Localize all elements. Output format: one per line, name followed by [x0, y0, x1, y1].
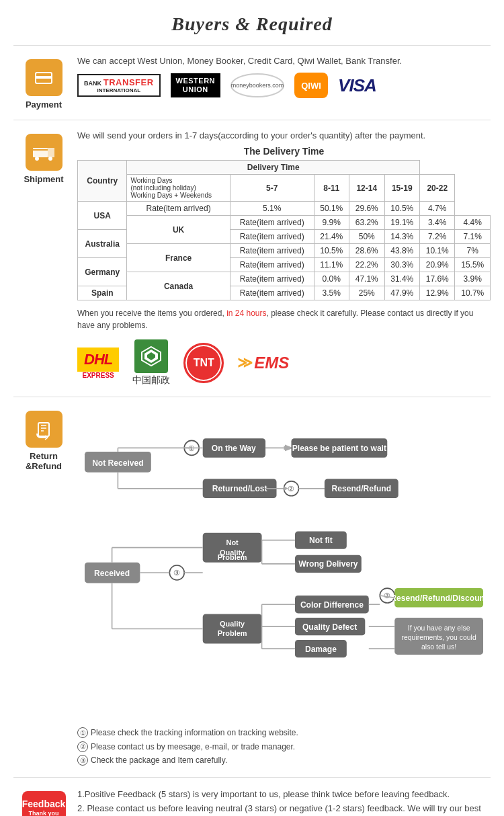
table-header-row: Country Delivery Time — [78, 161, 491, 175]
feedback-icon-sub: Thank you — [28, 810, 58, 816]
svg-rect-1 — [36, 76, 52, 79]
ems-logo-container: ≫ EMS — [237, 354, 289, 372]
svg-marker-78 — [284, 446, 289, 450]
svg-text:Damage: Damage — [305, 645, 337, 654]
payment-content: We can accept West Union, Money Booker, … — [74, 56, 491, 98]
td-d3: 31.4% — [384, 272, 419, 286]
td-d3: 47.9% — [384, 286, 419, 300]
td-d5: 3.9% — [455, 272, 491, 286]
refund-icon — [26, 411, 62, 448]
td-label: Rate(item arrived) — [230, 272, 314, 286]
qiwi-text: QIWI — [301, 81, 321, 91]
svg-text:②: ② — [288, 485, 294, 493]
th-20-22: 20-22 — [419, 175, 454, 202]
td-d5: 15.5% — [455, 258, 491, 272]
th-country: Country — [78, 161, 127, 202]
cn-post-logo: 中国邮政 — [132, 339, 170, 386]
td-d2: 50.1% — [314, 202, 349, 216]
td-label: Rate(item arrived) — [230, 244, 314, 258]
payment-icon-col: Payment — [13, 56, 74, 110]
svg-text:Not fit: Not fit — [309, 536, 333, 545]
wu-box: WESTERN UNION — [171, 73, 221, 97]
shipment-content: We will send your orders in 1-7 days(acc… — [74, 130, 491, 386]
td-d1: 3.5% — [314, 286, 349, 300]
refund-content: Not Received ① On the Way Please be pati… — [74, 407, 491, 767]
svg-text:③: ③ — [173, 569, 180, 577]
delivery-title: The Delivery Time — [77, 146, 491, 157]
td-d5: 4.7% — [419, 202, 454, 216]
svg-text:On the Way: On the Way — [212, 444, 256, 453]
td-d3: 30.3% — [384, 258, 419, 272]
mb-text: moneybookers.com — [231, 82, 284, 89]
svg-text:Not Received: Not Received — [92, 458, 144, 468]
mb-box: moneybookers.com — [230, 73, 284, 97]
svg-text:Received: Received — [94, 569, 130, 578]
svg-rect-2 — [38, 79, 42, 81]
td-d2: 47.1% — [349, 272, 384, 286]
td-label: Rate(item arrived) — [230, 216, 314, 230]
wu-union: UNION — [176, 85, 216, 94]
td-country: France — [127, 244, 230, 272]
feedback-section: Feedback Thank you ★★★ Feedback 1.Positi… — [13, 778, 491, 816]
svg-text:Returned/Lost: Returned/Lost — [212, 484, 267, 493]
note-1: ① Please check the tracking information … — [77, 726, 491, 739]
svg-point-6 — [48, 157, 52, 161]
note-3-text: Check the package and Item carefully. — [91, 753, 227, 767]
western-union-logo: WESTERN UNION — [171, 73, 221, 98]
td-d2: 28.6% — [349, 244, 384, 258]
td-d4: 20.9% — [419, 258, 454, 272]
td-d3: 43.8% — [384, 244, 419, 258]
td-label: Rate(item arrived) — [230, 258, 314, 272]
td-d1: 21.4% — [314, 230, 349, 244]
svg-marker-4 — [48, 148, 54, 157]
shipment-icon-col: Shipment — [13, 130, 74, 184]
page-wrapper: Buyers & Required Payment We can accept … — [0, 0, 504, 816]
note-2: ② Please contact us by meesage, e-mail, … — [77, 740, 491, 753]
ems-text: EMS — [254, 354, 289, 372]
svg-text:Quality Defect: Quality Defect — [302, 622, 357, 632]
svg-point-5 — [35, 157, 39, 161]
delivery-tbody: USA Rate(item arrived) 5.1% 50.1% 29.6% … — [78, 202, 491, 300]
note-3: ③ Check the package and Item carefully. — [77, 753, 491, 767]
dhl-logo: DHL — [77, 348, 119, 372]
refund-section: Return &Refund Not Received ① On the Way… — [13, 397, 491, 778]
qiwi-logo: QIWI — [294, 73, 328, 98]
shipment-icon — [26, 134, 62, 171]
feedback-icon-main: Feedback — [22, 799, 66, 810]
payment-label: Payment — [26, 99, 62, 110]
td-d4: 17.6% — [419, 272, 454, 286]
td-country: Spain — [78, 286, 127, 300]
td-d3: 19.1% — [384, 216, 419, 230]
td-d1: 0.0% — [314, 272, 349, 286]
svg-text:Color Difference: Color Difference — [300, 600, 364, 610]
td-d2: 63.2% — [349, 216, 384, 230]
feedback-icon-col: Feedback Thank you ★★★ Feedback — [13, 788, 74, 816]
th-5-7: 5-7 — [230, 175, 314, 202]
svg-text:Problem: Problem — [218, 553, 247, 561]
td-d4: 7.2% — [419, 230, 454, 244]
notes-section: ① Please check the tracking information … — [77, 726, 491, 767]
bank-transfer-logo: BANK TRANSFER INTERNATIONAL — [77, 73, 161, 98]
note-2-text: Please contact us by meesage, e-mail, or… — [91, 740, 295, 753]
table-subheader-row: Working Days(not including holiday)Worki… — [78, 175, 491, 202]
td-country: Canada — [127, 272, 230, 300]
table-row: Canada Rate(item arrived) 0.0% 47.1% 31.… — [78, 272, 491, 286]
check-highlight: in 24 hours — [226, 309, 266, 318]
payment-logos: BANK TRANSFER INTERNATIONAL WESTERN UNIO… — [77, 73, 491, 98]
refund-diagram: Not Received ① On the Way Please be pati… — [77, 407, 491, 717]
td-d2: 25% — [349, 286, 384, 300]
svg-text:Wrong Delivery: Wrong Delivery — [298, 559, 358, 569]
qiwi-box: QIWI — [294, 73, 328, 98]
table-row: France Rate(item arrived) 10.5% 28.6% 43… — [78, 244, 491, 258]
td-d1: 11.1% — [314, 258, 349, 272]
cn-post-text: 中国邮政 — [132, 374, 170, 386]
title-section: Buyers & Required — [13, 7, 491, 46]
fb-line2: 2. Please contact us before leaving neut… — [77, 803, 481, 816]
check-text: When you receive the items you ordered, … — [77, 307, 491, 331]
note-3-num: ③ — [77, 755, 88, 766]
svg-text:Quality: Quality — [220, 620, 245, 628]
feedback-text-1: 1.Positive Feedback (5 stars) is very im… — [77, 788, 491, 816]
note-2-num: ② — [77, 741, 88, 752]
shipping-logos: DHL EXPRESS 中国邮政 TNT — [77, 339, 491, 386]
dhl-express: EXPRESS — [82, 372, 114, 379]
